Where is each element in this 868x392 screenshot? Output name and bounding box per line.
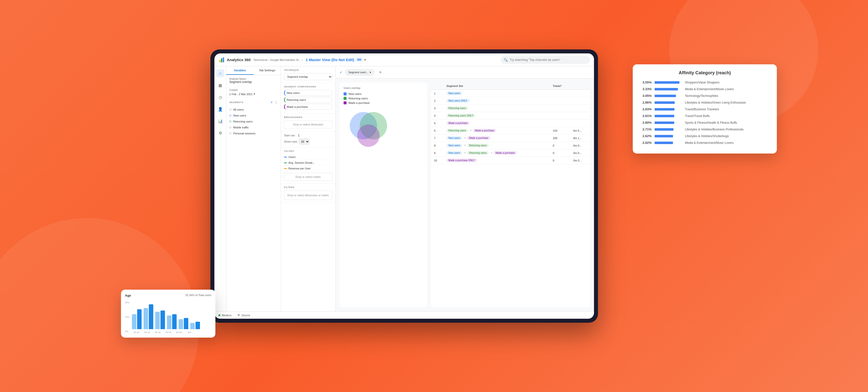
search-input[interactable] — [510, 58, 587, 62]
bar-light — [179, 319, 183, 329]
segment-tag[interactable]: Made a purchase — [494, 151, 517, 155]
tab-variables[interactable]: Variables — [226, 66, 254, 75]
sidebar-icon-user[interactable]: 👤 — [216, 105, 224, 113]
table-row: 8 New users + Returning users 0 0m 0... — [431, 142, 590, 149]
date-range[interactable]: 1 Feb - 2 Mar 2021 ▾ — [229, 92, 278, 96]
sidebar-icon-grid[interactable]: ▦ — [216, 81, 224, 89]
value-session[interactable]: Avg. Session Durati... — [284, 160, 332, 166]
segment-label: New users — [233, 114, 246, 117]
x-label: 35-44 — [153, 331, 162, 334]
segment-tag[interactable]: New users — [446, 151, 462, 155]
tab-settings[interactable]: Tab Settings — [254, 66, 281, 75]
segment-item-new[interactable]: New users — [226, 113, 281, 119]
technique-section: TECHNIQUE Segment overlap — [281, 66, 335, 83]
segment-tag[interactable]: Returning users — [467, 151, 489, 155]
analytics-logo-icon — [218, 56, 225, 63]
segment-item-all[interactable]: All users — [226, 107, 281, 113]
row-value — [550, 120, 570, 127]
top-bar: Analytics 360 Demoverse › Google Merchan… — [214, 53, 594, 66]
start-row-label: Start row 1 — [284, 134, 332, 137]
segment-tag[interactable]: Made a purchase ONLY — [446, 158, 477, 162]
segment-tag[interactable]: Made a purchase — [446, 121, 469, 125]
metric-drop-zone[interactable]: Drop or select metric — [284, 173, 332, 181]
col-header-segment[interactable]: Segment Set — [443, 83, 550, 90]
bar-dark — [184, 318, 188, 329]
row-extra — [570, 120, 590, 127]
col-header-totals[interactable]: Totals* — [550, 83, 570, 90]
bar-light — [144, 308, 148, 329]
comparison-returning[interactable]: Returning users — [284, 97, 332, 103]
affinity-pct: 2.86% — [640, 100, 652, 104]
comparison-purchase[interactable]: Made a purchase — [284, 104, 332, 110]
segment-tag[interactable]: Made a purchase — [467, 136, 490, 140]
legend-label: New users — [348, 92, 362, 95]
sidebar-icon-clock[interactable]: ◷ — [216, 93, 224, 101]
breadcrumb: Demoverse › Google Merchandise St... › — [254, 58, 303, 61]
row-segments: New users ONLY — [443, 97, 550, 104]
search-bar[interactable]: 🔍 — [501, 56, 590, 64]
sidebar-icon-settings[interactable]: ⚙ — [216, 129, 224, 137]
chevron-down-icon: ▾ — [254, 92, 255, 96]
report-title-area[interactable]: 1 Master View (Do Not Edit) 360 ▾ — [306, 58, 366, 62]
affinity-pct: 2.80% — [640, 121, 652, 124]
value-users[interactable]: Users — [284, 154, 332, 160]
segment-tag[interactable]: New users — [446, 136, 462, 140]
affinity-title: Affinity Category (reach) — [640, 70, 770, 76]
affinity-label: Travel/Travel Buffs — [685, 114, 770, 118]
chevron-down-icon: ▾ — [364, 58, 366, 62]
main-device: Analytics 360 Demoverse › Google Merchan… — [210, 50, 598, 323]
affinity-bar-container — [655, 101, 682, 104]
technique-select[interactable]: Segment overlap — [284, 73, 332, 80]
segment-item-personal[interactable]: Personal sessions — [226, 130, 281, 137]
filters-section: FILTERS Drop or select dimension or metr… — [281, 184, 335, 203]
segment-dot — [229, 120, 231, 122]
sidebar-icon-chart[interactable]: 📊 — [216, 117, 224, 125]
affinity-bar — [655, 121, 674, 124]
breakdowns-label: BREAKDOWNS — [284, 116, 332, 119]
x-label: 65+ — [185, 331, 194, 334]
row-extra — [570, 104, 590, 112]
segment-tag[interactable]: Returning users — [467, 144, 489, 147]
segment-item-returning[interactable]: Returning users — [226, 119, 281, 124]
show-rows-select[interactable]: 10 — [299, 139, 310, 145]
affinity-row: 2.80% Sports & Fitness/Health & Fitness … — [640, 121, 770, 124]
segment-tag[interactable]: Returning users — [446, 129, 468, 132]
segment-tag[interactable]: Made a purchase — [473, 129, 496, 132]
analysis-name-section: Analysis Name: Segment overlap — [226, 75, 281, 86]
legend-color — [344, 97, 346, 100]
segment-tag[interactable]: Returning users ONLY — [446, 114, 475, 118]
venn-diagram — [344, 108, 393, 148]
affinity-pct: 3.55% — [640, 81, 652, 84]
segment-overlap-btn[interactable]: Segment overl... ▾ — [345, 69, 374, 76]
affinity-bar-container — [655, 142, 682, 144]
search-icon: 🔍 — [503, 58, 508, 62]
plus-icon: + — [464, 151, 466, 154]
filter-drop-zone[interactable]: Drop or select dimension or metric — [284, 190, 332, 200]
value-label: Users — [288, 155, 296, 158]
table-row: 3 Returning users — [431, 104, 590, 112]
add-tab-button[interactable]: + — [377, 69, 384, 76]
legend-items: New users Returning users Made a purchas… — [344, 92, 423, 104]
segment-item-mobile[interactable]: Mobile traffic — [226, 124, 281, 130]
segment-tag[interactable]: New users — [446, 144, 462, 147]
affinity-row: 2.62% Media & Entertainment/Music Lovers — [640, 141, 770, 145]
sidebar-icon-home[interactable]: ⌂ — [216, 69, 224, 77]
row-value — [550, 90, 570, 97]
segment-tag[interactable]: New users — [446, 91, 462, 95]
segment-menu-icon[interactable]: ⋮ — [274, 100, 278, 104]
bottom-item-medium[interactable]: Medium — [218, 314, 231, 317]
segment-tag[interactable]: Returning users — [446, 106, 468, 110]
row-num: 8 — [431, 142, 443, 149]
add-segment-icon[interactable]: + — [271, 100, 273, 104]
bottom-item-source[interactable]: ⚙ Source — [238, 313, 250, 317]
main-view: ✓ Segment overl... ▾ + Users overlap — [336, 66, 594, 311]
row-segments: Returning users ONLY — [443, 112, 550, 120]
table-body: 1 New users 2 New users ONLY — [431, 90, 590, 164]
breakdown-drop-zone[interactable]: Drop or select dimension — [284, 120, 332, 128]
value-revenue[interactable]: Revenue per User — [284, 166, 332, 172]
bar-chart — [132, 300, 211, 330]
segment-tag[interactable]: New users ONLY — [446, 99, 469, 102]
comparison-new-users[interactable]: New users — [284, 90, 332, 96]
bottom-item-label: Source — [242, 314, 250, 317]
table-row: 1 New users — [431, 90, 590, 97]
